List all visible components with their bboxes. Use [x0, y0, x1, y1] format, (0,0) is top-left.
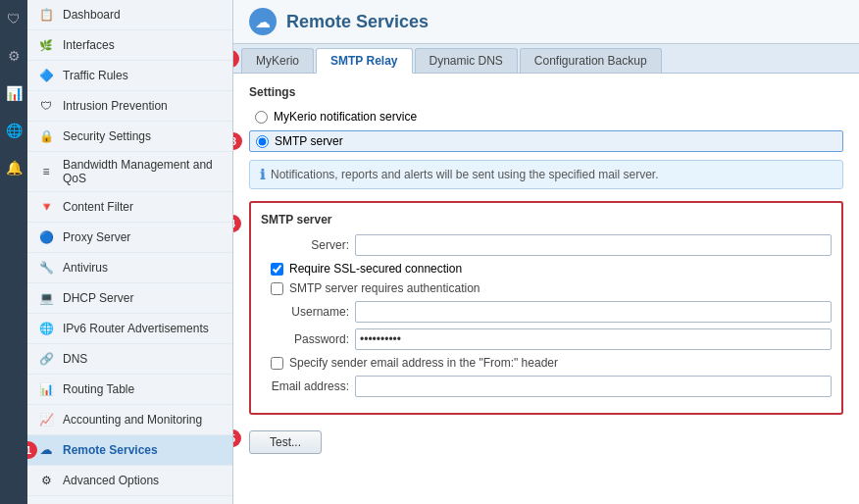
- tab-configuration-backup[interactable]: Configuration Backup: [520, 48, 662, 73]
- smtp-server-section: 4 SMTP server Server: Require SSL-secure…: [249, 201, 843, 415]
- test-button[interactable]: Test...: [249, 430, 322, 454]
- sidebar-item-traffic-rules[interactable]: 🔷 Traffic Rules: [27, 61, 232, 91]
- bandwidth-icon: ≡: [37, 163, 55, 180]
- icon-bar-chart[interactable]: 📊: [3, 82, 25, 104]
- tab-mykerio[interactable]: MyKerio: [241, 48, 314, 73]
- password-label: Password:: [261, 332, 349, 346]
- server-label: Server:: [261, 238, 349, 252]
- accounting-icon: 📈: [37, 411, 55, 428]
- sidebar-item-label: IPv6 Router Advertisements: [63, 322, 209, 335]
- sidebar-item-dhcp[interactable]: 💻 DHCP Server: [27, 283, 232, 314]
- sidebar-item-content-filter[interactable]: 🔻 Content Filter: [27, 192, 232, 223]
- sidebar-item-label: Remote Services: [63, 443, 158, 457]
- sender-row[interactable]: Specify sender email address in the "Fro…: [261, 356, 832, 370]
- sidebar-item-label: Interfaces: [63, 38, 115, 52]
- sidebar-item-dashboard[interactable]: 📋 Dashboard: [27, 0, 232, 30]
- username-input[interactable]: [355, 301, 832, 323]
- sidebar-item-ipv6[interactable]: 🌐 IPv6 Router Advertisements: [27, 314, 232, 344]
- tabs-container: 2 MyKerio SMTP Relay Dynamic DNS Configu…: [233, 44, 859, 74]
- sidebar-item-label: DHCP Server: [63, 291, 133, 305]
- tabs: MyKerio SMTP Relay Dynamic DNS Configura…: [233, 44, 859, 74]
- icon-bar-gear[interactable]: ⚙: [3, 45, 25, 67]
- auth-label: SMTP server requires authentication: [289, 281, 480, 295]
- radio-mykerio[interactable]: MyKerio notification service: [249, 107, 843, 126]
- dhcp-icon: 💻: [37, 289, 55, 307]
- sidebar-item-label: Antivirus: [63, 261, 108, 275]
- dashboard-icon: 📋: [37, 6, 55, 24]
- radio-group: MyKerio notification service 3 SMTP serv…: [249, 107, 843, 152]
- email-input[interactable]: [355, 376, 832, 397]
- sender-checkbox[interactable]: [271, 357, 283, 370]
- sidebar-item-label: Advanced Options: [63, 474, 159, 487]
- email-row: Email address:: [261, 376, 832, 397]
- tab-dynamic-dns[interactable]: Dynamic DNS: [415, 48, 518, 73]
- remote-services-icon: ☁: [37, 441, 55, 459]
- sidebar-item-interfaces[interactable]: 🌿 Interfaces: [27, 30, 232, 61]
- radio-mykerio-input[interactable]: [255, 111, 268, 124]
- ssl-row[interactable]: Require SSL-secured connection: [261, 262, 832, 276]
- sidebar-item-label: Traffic Rules: [63, 69, 128, 82]
- icon-bar-shield[interactable]: 🛡: [3, 8, 25, 29]
- antivirus-icon: 🔧: [37, 259, 55, 277]
- sidebar: 📋 Dashboard 🌿 Interfaces 🔷 Traffic Rules…: [27, 0, 233, 504]
- password-input[interactable]: [355, 328, 832, 350]
- sidebar-item-label: Content Filter: [63, 200, 133, 214]
- intrusion-icon: 🛡: [37, 97, 55, 115]
- sidebar-item-routing[interactable]: 📊 Routing Table: [27, 375, 232, 405]
- server-row: Server:: [261, 234, 832, 256]
- proxy-icon: 🔵: [37, 228, 55, 246]
- radio-smtp-label: SMTP server: [275, 134, 343, 148]
- dns-icon: 🔗: [37, 350, 55, 368]
- sidebar-item-dns[interactable]: 🔗 DNS: [27, 344, 232, 375]
- sidebar-item-remote-services[interactable]: 1 ☁ Remote Services: [27, 435, 232, 466]
- content-area: Settings MyKerio notification service 3 …: [233, 74, 859, 504]
- sidebar-item-label: Proxy Server: [63, 230, 130, 244]
- radio-mykerio-label: MyKerio notification service: [274, 110, 417, 124]
- content-filter-icon: 🔻: [37, 198, 55, 216]
- sidebar-item-label: Dashboard: [63, 8, 121, 22]
- tab-smtp-relay[interactable]: SMTP Relay: [316, 48, 412, 74]
- auth-checkbox[interactable]: [271, 282, 283, 295]
- sidebar-item-antivirus[interactable]: 🔧 Antivirus: [27, 253, 232, 283]
- icon-bar: 🛡 ⚙ 📊 🌐 🔔: [0, 0, 27, 504]
- sidebar-item-security-settings[interactable]: 🔒 Security Settings: [27, 122, 232, 152]
- sidebar-item-advanced-options[interactable]: ⚙ Advanced Options: [27, 466, 232, 496]
- radio-smtp[interactable]: 3 SMTP server: [249, 130, 843, 152]
- traffic-rules-icon: 🔷: [37, 67, 55, 84]
- sidebar-item-accounting[interactable]: 📈 Accounting and Monitoring: [27, 405, 232, 435]
- info-message: Notifications, reports and alerts will b…: [271, 168, 659, 181]
- sidebar-item-label: DNS: [63, 352, 87, 366]
- page-header: ☁ Remote Services: [233, 0, 859, 44]
- icon-bar-globe[interactable]: 🌐: [3, 120, 25, 141]
- ssl-checkbox[interactable]: [271, 263, 283, 276]
- sidebar-item-label: Accounting and Monitoring: [63, 413, 202, 427]
- smtp-server-title: SMTP server: [261, 213, 832, 227]
- main-content: ☁ Remote Services 2 MyKerio SMTP Relay D…: [233, 0, 859, 504]
- callout-5: 5: [233, 429, 241, 447]
- sidebar-item-label: Security Settings: [63, 129, 151, 143]
- username-label: Username:: [261, 305, 349, 319]
- sidebar-item-intrusion-prevention[interactable]: 🛡 Intrusion Prevention: [27, 91, 232, 122]
- ipv6-icon: 🌐: [37, 320, 55, 337]
- radio-smtp-input[interactable]: [256, 135, 269, 148]
- username-row: Username:: [261, 301, 832, 323]
- sidebar-item-label: Routing Table: [63, 382, 134, 396]
- advanced-options-icon: ⚙: [37, 472, 55, 489]
- password-row: Password:: [261, 328, 832, 350]
- email-label: Email address:: [261, 379, 349, 393]
- info-box: ℹ Notifications, reports and alerts will…: [249, 160, 843, 189]
- sidebar-item-label: Bandwidth Management and QoS: [63, 158, 223, 185]
- icon-bar-bell[interactable]: 🔔: [3, 157, 25, 178]
- sidebar-item-label: Intrusion Prevention: [63, 99, 168, 113]
- auth-row[interactable]: SMTP server requires authentication: [261, 281, 832, 295]
- smtp-server-box: SMTP server Server: Require SSL-secured …: [249, 201, 843, 415]
- page-title: Remote Services: [286, 12, 429, 32]
- sender-label: Specify sender email address in the "Fro…: [289, 356, 558, 370]
- test-button-container: 5 Test...: [249, 423, 843, 454]
- security-icon: 🔒: [37, 127, 55, 145]
- sidebar-item-proxy-server[interactable]: 🔵 Proxy Server: [27, 223, 232, 253]
- interfaces-icon: 🌿: [37, 36, 55, 54]
- callout-4: 4: [233, 215, 241, 232]
- sidebar-item-bandwidth[interactable]: ≡ Bandwidth Management and QoS: [27, 152, 232, 192]
- server-input[interactable]: [355, 234, 832, 256]
